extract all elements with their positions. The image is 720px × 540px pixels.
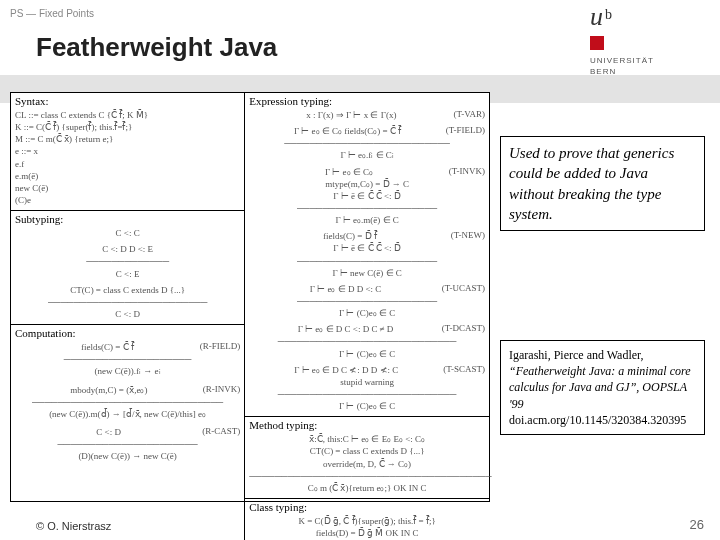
citation-authors: Igarashi, Pierce and Wadler, (509, 348, 644, 362)
method-typing-body: x̄:C̄, this:C ⊢ e₀ ∈ E₀ E₀ <: C₀ CT(C) =… (249, 433, 485, 494)
university-logo: ub UNIVERSITÄT BERN (590, 2, 710, 76)
rule-t-field: Γ ⊢ e₀ ∈ C₀ fields(C₀) = C̄ f̄ ─────────… (249, 125, 485, 161)
subtyping-heading: Subtyping: (15, 213, 240, 225)
subtyping-rule-3: CT(C) = class C extends D {...} ────────… (15, 284, 240, 320)
fj-rules-figure: Syntax: CL ::= class C extends C {C̄ f̄;… (10, 92, 490, 502)
logo-university-text: UNIVERSITÄT (590, 56, 710, 65)
rule-t-new: fields(C) = D̄ f̄ Γ ⊢ ē ∈ C̄ C̄ <: D̄ ──… (249, 230, 485, 279)
citation-box: Igarashi, Pierce and Wadler, “Featherwei… (500, 340, 705, 435)
computation-heading: Computation: (15, 327, 240, 339)
slide-header: PS — Fixed Points Featherweight Java ub … (0, 0, 720, 100)
logo-bern-text: BERN (590, 67, 710, 76)
rule-t-ucast: Γ ⊢ e₀ ∈ D D <: C ──────────────────────… (249, 283, 485, 319)
breadcrumb: PS — Fixed Points (10, 8, 94, 19)
rule-t-scast: Γ ⊢ e₀ ∈ D C ≮: D D ≮: C stupid warning … (249, 364, 485, 413)
rule-r-field: fields(C) = C̄ f̄ ──────────────────── (… (15, 341, 240, 377)
rule-t-dcast: Γ ⊢ e₀ ∈ D C <: D C ≠ D ────────────────… (249, 323, 485, 359)
citation-doi: doi.acm.org/10.1145/320384.320395 (509, 413, 686, 427)
rule-t-invk: Γ ⊢ e₀ ∈ C₀ mtype(m,C₀) = D̄ → C Γ ⊢ ē ∈… (249, 166, 485, 227)
logo-u-glyph: u (590, 2, 603, 31)
page-number: 26 (690, 517, 704, 532)
method-typing-heading: Method typing: (249, 419, 485, 431)
subtyping-rule-1: C <: C (15, 227, 240, 239)
syntax-body: CL ::= class C extends C {C̄ f̄; K M̄} K… (15, 109, 240, 206)
subtyping-rule-2: C <: D D <: E ───────────── C <: E (15, 243, 240, 279)
rule-r-cast: C <: D ────────────────────── (D)(new C(… (15, 426, 240, 462)
logo-b-glyph: b (605, 7, 612, 22)
callout-box: Used to prove that generics could be add… (500, 136, 705, 231)
footer-copyright: © O. Nierstrasz (36, 520, 111, 532)
class-typing-heading: Class typing: (249, 501, 485, 513)
expr-typing-heading: Expression typing: (249, 95, 485, 107)
logo-red-square (590, 36, 604, 50)
class-typing-body: K = C(D̄ ḡ, C̄ f̄){super(ḡ); this.f̄ = f… (249, 515, 485, 540)
syntax-heading: Syntax: (15, 95, 240, 107)
page-title: Featherweight Java (36, 32, 277, 63)
rule-r-invk: mbody(m,C) = (x̄,e₀) ───────────────────… (15, 384, 240, 420)
rule-t-var: x : Γ(x) ⇒ Γ ⊢ x ∈ Γ(x) (249, 109, 485, 121)
